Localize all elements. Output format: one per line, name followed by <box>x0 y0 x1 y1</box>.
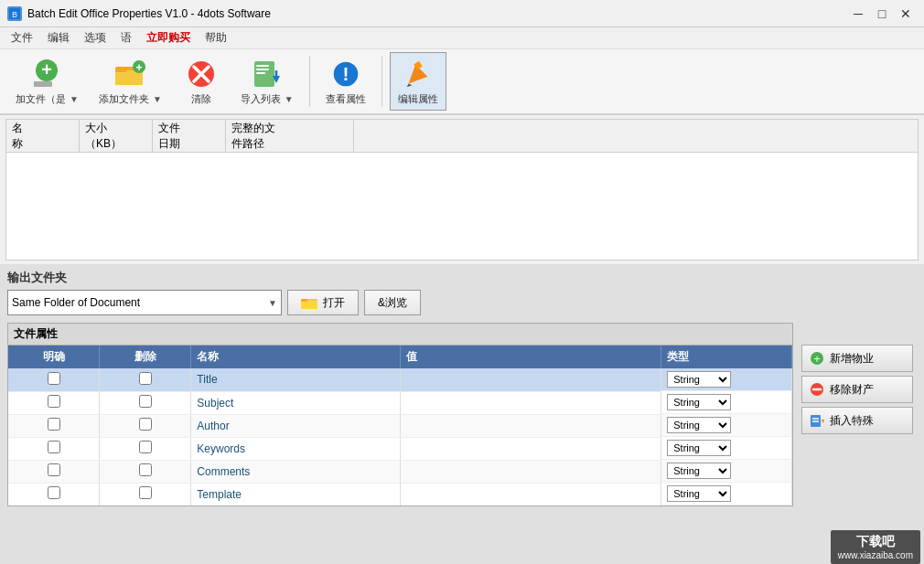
watermark: 下载吧 www.xiazaiba.com <box>831 530 920 564</box>
title-text: Batch Edit Office Properties V1.0 - 4dot… <box>27 7 271 20</box>
type-cell: StringIntegerDateBoolean <box>661 437 791 460</box>
svg-text:+: + <box>813 352 821 366</box>
import-dropdown: ▼ <box>285 94 294 104</box>
add-folder-icon: + <box>113 58 146 90</box>
menu-file[interactable]: 文件 <box>4 28 40 48</box>
menu-help[interactable]: 帮助 <box>198 28 234 48</box>
set-checkbox[interactable] <box>48 486 60 499</box>
menu-bar: 文件 编辑 选项 语 立即购买 帮助 <box>0 27 924 49</box>
import-button[interactable]: 导入列表 ▼ <box>232 52 302 111</box>
props-table-container: 文件属性 明确 删除 名称 值 类型 <box>7 323 793 506</box>
type-select[interactable]: StringIntegerDateBoolean <box>667 394 731 410</box>
col-header-size: 大小 （KB） <box>80 120 153 152</box>
minimize-button[interactable]: ─ <box>847 3 869 25</box>
svg-rect-14 <box>256 65 269 67</box>
add-folder-button[interactable]: + 添加文件夹 ▼ <box>91 52 170 111</box>
name-cell: Comments <box>191 460 400 483</box>
name-cell: Author <box>191 414 400 437</box>
add-file-label: 加文件（是 <box>16 92 66 106</box>
set-checkbox[interactable] <box>48 463 60 476</box>
folder-combo-arrow: ▼ <box>268 298 277 308</box>
add-file-button[interactable]: + 加文件（是 ▼ <box>7 52 87 111</box>
set-cell <box>8 391 100 414</box>
browse-label: &浏览 <box>378 295 407 311</box>
view-props-icon: ! <box>329 58 362 90</box>
file-properties-section: 文件属性 明确 删除 名称 值 类型 <box>7 323 917 506</box>
import-icon <box>251 58 284 90</box>
clear-button[interactable]: 清除 <box>174 52 229 111</box>
delete-cell <box>100 391 191 414</box>
delete-cell <box>100 437 191 460</box>
watermark-url: www.xiazaiba.com <box>838 550 913 560</box>
value-cell <box>400 391 661 414</box>
delete-cell <box>100 460 191 483</box>
bottom-panel: 输出文件夹 Same Folder of Document ▼ 打开 &浏览 <box>0 264 924 564</box>
delete-checkbox[interactable] <box>139 372 152 385</box>
svg-marker-23 <box>406 83 412 87</box>
delete-checkbox[interactable] <box>139 395 152 408</box>
clear-icon <box>185 58 218 90</box>
toolbar-separator-1 <box>309 56 310 107</box>
app-icon: B <box>7 6 22 21</box>
props-scroll-area[interactable]: 明确 删除 名称 值 类型 TitleStringIntegerDateBool… <box>8 346 792 505</box>
file-list-area: 名 称 大小 （KB） 文件 日期 完整的文 件路径 <box>5 119 919 261</box>
col-set: 明确 <box>8 346 100 368</box>
value-cell <box>400 460 661 483</box>
type-select[interactable]: StringIntegerDateBoolean <box>667 417 731 433</box>
set-checkbox[interactable] <box>48 395 60 408</box>
type-cell: StringIntegerDateBoolean <box>661 414 791 437</box>
folder-combo-value: Same Folder of Document <box>12 296 268 309</box>
open-button[interactable]: 打开 <box>287 290 359 315</box>
edit-props-icon <box>402 58 435 90</box>
set-checkbox[interactable] <box>48 441 60 453</box>
title-bar-controls: ─ □ ✕ <box>847 3 917 25</box>
type-select[interactable]: StringIntegerDateBoolean <box>667 440 731 456</box>
add-property-button[interactable]: + 新增物业 <box>801 345 913 372</box>
add-folder-dropdown: ▼ <box>153 94 162 104</box>
props-section-title: 文件属性 <box>8 324 792 346</box>
delete-checkbox[interactable] <box>139 486 152 499</box>
value-cell <box>400 437 661 460</box>
set-cell <box>8 368 100 391</box>
set-checkbox[interactable] <box>48 372 60 385</box>
type-select[interactable]: StringIntegerDateBoolean <box>667 371 731 388</box>
name-cell: Template <box>191 483 400 505</box>
main-container: + 加文件（是 ▼ + 添加文件夹 ▼ <box>0 49 924 564</box>
remove-property-button[interactable]: 移除财产 <box>801 376 913 403</box>
col-header-name: 名 称 <box>6 120 80 152</box>
col-value: 值 <box>400 346 661 368</box>
menu-edit[interactable]: 编辑 <box>40 28 77 48</box>
type-select[interactable]: StringIntegerDateBoolean <box>667 463 731 479</box>
svg-rect-16 <box>256 72 265 74</box>
edit-props-button[interactable]: 编辑属性 <box>390 52 446 111</box>
open-folder-icon <box>301 295 319 310</box>
insert-special-button[interactable]: 插入特殊 <box>801 407 913 434</box>
menu-lang[interactable]: 语 <box>113 28 139 48</box>
open-label: 打开 <box>323 295 345 311</box>
output-row: Same Folder of Document ▼ 打开 &浏览 <box>7 290 917 315</box>
view-props-button[interactable]: ! 查看属性 <box>317 52 374 111</box>
delete-checkbox[interactable] <box>139 463 152 476</box>
set-cell <box>8 414 100 437</box>
delete-checkbox[interactable] <box>139 441 152 453</box>
delete-checkbox[interactable] <box>139 418 152 431</box>
svg-rect-15 <box>256 69 269 70</box>
set-cell <box>8 483 100 505</box>
menu-options[interactable]: 选项 <box>77 28 113 48</box>
maximize-button[interactable]: □ <box>871 3 893 25</box>
col-type: 类型 <box>661 346 792 368</box>
folder-combo[interactable]: Same Folder of Document ▼ <box>7 290 282 315</box>
table-row: CommentsStringIntegerDateBoolean <box>8 460 792 483</box>
output-folder-title: 输出文件夹 <box>7 270 917 286</box>
svg-rect-7 <box>115 69 126 72</box>
menu-buy[interactable]: 立即购买 <box>139 28 198 48</box>
add-folder-label: 添加文件夹 <box>99 92 149 106</box>
name-cell: Subject <box>191 391 400 414</box>
browse-button[interactable]: &浏览 <box>364 290 421 315</box>
view-props-label: 查看属性 <box>326 92 366 106</box>
type-select[interactable]: StringIntegerDateBoolean <box>667 485 731 502</box>
add-property-label: 新增物业 <box>830 351 874 367</box>
close-button[interactable]: ✕ <box>895 3 917 25</box>
set-checkbox[interactable] <box>48 418 60 431</box>
toolbar-separator-2 <box>381 56 382 107</box>
